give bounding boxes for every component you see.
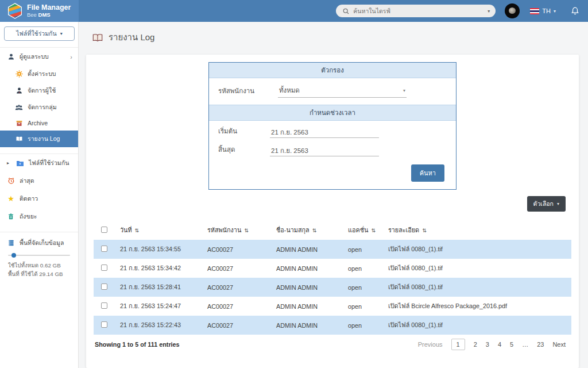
trash-icon [7, 213, 15, 221]
content-card: ตัวกรอง รหัสพนักงาน ทั้งหมด ▾ กำหนดช่วงเ… [86, 55, 579, 368]
cell-date: 21 ก.ย. 2563 15:24:47 [118, 297, 205, 316]
sort-icon: ⇅ [135, 228, 140, 233]
sidebar-link-3[interactable]: ถังขยะ [0, 208, 78, 225]
sidebar-item-log-report[interactable]: รายงาน Log [0, 131, 78, 147]
column-header-date[interactable]: วันที่⇅ [118, 221, 205, 240]
row-checkbox[interactable] [101, 264, 107, 271]
sidebar-item-label: จัดการกลุ่ม [28, 102, 57, 112]
log-table-header-row: วันที่⇅ รหัสพนักงาน⇅ ชื่อ-นามสกุล⇅ แอคชั… [94, 221, 571, 240]
cell-name: ADMIN ADMIN [274, 297, 346, 316]
clock-icon [7, 177, 15, 185]
folder-icon [16, 159, 24, 167]
sidebar-item-admin-section[interactable]: ผู้ดูแลระบบ › [0, 48, 78, 66]
page-button-3[interactable]: 3 [486, 341, 489, 348]
column-header-employee-id[interactable]: รหัสพนักงาน⇅ [205, 221, 274, 240]
end-date-label: สิ้นสุด [218, 144, 270, 156]
gear-icon [15, 70, 23, 78]
drive-search[interactable]: ▾ [336, 5, 496, 17]
sort-icon: ⇅ [371, 228, 376, 233]
sidebar-item-0[interactable]: ตั้งค่าระบบ [0, 66, 78, 82]
sidebar-item-2[interactable]: จัดการกลุ่ม [0, 99, 78, 116]
archive-icon [15, 119, 23, 127]
sidebar-item-1[interactable]: จัดการผู้ใช้ [0, 82, 78, 99]
chevron-down-icon: ▾ [557, 201, 559, 206]
cell-detail: เปิดไฟล์ Bcircle Alfresco Package_2016.p… [386, 297, 571, 316]
entries-summary: Showing 1 to 5 of 111 entries [94, 341, 180, 348]
log-table: วันที่⇅ รหัสพนักงาน⇅ ชื่อ-นามสกุล⇅ แอคชั… [94, 221, 571, 335]
cell-detail: เปิดไฟล์ 0080_(1).tif [386, 278, 571, 297]
employee-id-value: ทั้งหมด [279, 85, 300, 95]
app-subtitle-bold: DMS [38, 12, 51, 18]
cell-date: 21 ก.ย. 2563 15:34:55 [118, 240, 205, 259]
search-input[interactable] [353, 7, 484, 14]
shared-files-button[interactable]: ไฟล์ที่ใช้ร่วมกัน ▾ [4, 26, 75, 41]
table-row: 21 ก.ย. 2563 15:34:55AC00027ADMIN ADMINo… [94, 240, 571, 259]
storage-label: พื้นที่จัดเก็บข้อมูล [20, 238, 64, 248]
sidebar-link-label: ติดดาว [20, 194, 38, 204]
row-checkbox[interactable] [101, 321, 107, 328]
admin-person-icon [7, 53, 15, 61]
cell-date: 21 ก.ย. 2563 15:34:42 [118, 259, 205, 278]
search-scope-caret-icon[interactable]: ▾ [488, 9, 490, 14]
column-header-detail[interactable]: รายละเอียด⇅ [386, 221, 571, 240]
sort-icon: ⇅ [312, 228, 317, 233]
row-checkbox[interactable] [101, 283, 107, 290]
page-button-2[interactable]: 2 [474, 341, 477, 348]
end-date-input[interactable] [270, 147, 379, 156]
sort-icon: ⇅ [244, 228, 249, 233]
language-label: TH [542, 7, 551, 14]
cell-detail: เปิดไฟล์ 0080_(1).tif [386, 316, 571, 335]
start-date-input[interactable] [270, 129, 379, 138]
group-icon [15, 103, 23, 112]
page-button-23[interactable]: 23 [537, 341, 544, 348]
previous-page-button[interactable]: Previous [418, 341, 443, 348]
app-subtitle-light: Bee [27, 12, 37, 18]
filter-panel: ตัวกรอง รหัสพนักงาน ทั้งหมด ▾ กำหนดช่วงเ… [208, 62, 457, 190]
cell-name: ADMIN ADMIN [274, 240, 346, 259]
row-checkbox[interactable] [101, 246, 107, 252]
table-row: 21 ก.ย. 2563 15:34:42AC00027ADMIN ADMINo… [94, 259, 571, 278]
page-button-5[interactable]: 5 [510, 341, 513, 348]
storage-available-text: พื้นที่ ที่ใช้ได้ 29.14 GB [8, 270, 71, 279]
sidebar-item-3[interactable]: Archive [0, 116, 78, 131]
options-button[interactable]: ตัวเลือก ▾ [527, 196, 566, 212]
employee-id-select[interactable]: ทั้งหมด ▾ [278, 85, 407, 98]
sidebar-link-label: ล่าสุด [20, 176, 34, 186]
table-row: 21 ก.ย. 2563 15:22:43AC00027ADMIN ADMINo… [94, 316, 571, 335]
storage-usage-dot [11, 253, 16, 258]
select-all-checkbox[interactable] [101, 227, 107, 233]
cell-name: ADMIN ADMIN [274, 316, 346, 335]
notifications-bell-icon[interactable] [571, 6, 579, 16]
user-avatar[interactable] [505, 3, 520, 18]
cell-employee-id: AC00027 [205, 297, 274, 316]
page-button-4[interactable]: 4 [498, 341, 501, 348]
cell-name: ADMIN ADMIN [274, 259, 346, 278]
sidebar-link-0[interactable]: ▸ไฟล์ที่ใช้ร่วมกัน [0, 154, 78, 172]
row-checkbox[interactable] [101, 302, 107, 309]
log-table-body: 21 ก.ย. 2563 15:34:55AC00027ADMIN ADMINo… [94, 240, 571, 335]
expand-caret-icon[interactable]: ▸ [7, 160, 11, 166]
cell-action: open [346, 278, 386, 297]
search-button[interactable]: ค้นหา [411, 164, 444, 182]
sidebar-link-1[interactable]: ล่าสุด [0, 172, 78, 190]
next-page-button[interactable]: Next [552, 341, 566, 348]
cell-employee-id: AC00027 [205, 240, 274, 259]
page-title: รายงาน Log [79, 22, 588, 44]
column-header-action[interactable]: แอคชั่น⇅ [346, 221, 386, 240]
storage-section: พื้นที่จัดเก็บข้อมูล ใช้ไปทั้งหมด 0.62 G… [0, 232, 78, 278]
sidebar-item-label: รายงาน Log [28, 134, 60, 144]
chevron-down-icon: ▾ [403, 88, 405, 93]
sidebar-item-label: ผู้ดูแลระบบ [20, 52, 65, 62]
table-row: 21 ก.ย. 2563 15:24:47AC00027ADMIN ADMINo… [94, 297, 571, 316]
page-button-1[interactable]: 1 [451, 339, 465, 350]
language-selector[interactable]: TH ▾ [530, 7, 556, 14]
cell-action: open [346, 240, 386, 259]
sidebar-link-2[interactable]: ★ติดดาว [0, 190, 78, 208]
cell-action: open [346, 259, 386, 278]
column-header-name[interactable]: ชื่อ-นามสกุล⇅ [274, 221, 346, 240]
cell-employee-id: AC00027 [205, 316, 274, 335]
sidebar-item-label: ตั้งค่าระบบ [28, 69, 56, 79]
cell-name: ADMIN ADMIN [274, 278, 346, 297]
cell-employee-id: AC00027 [205, 259, 274, 278]
app-logo: File Manager Bee DMS [0, 0, 79, 22]
